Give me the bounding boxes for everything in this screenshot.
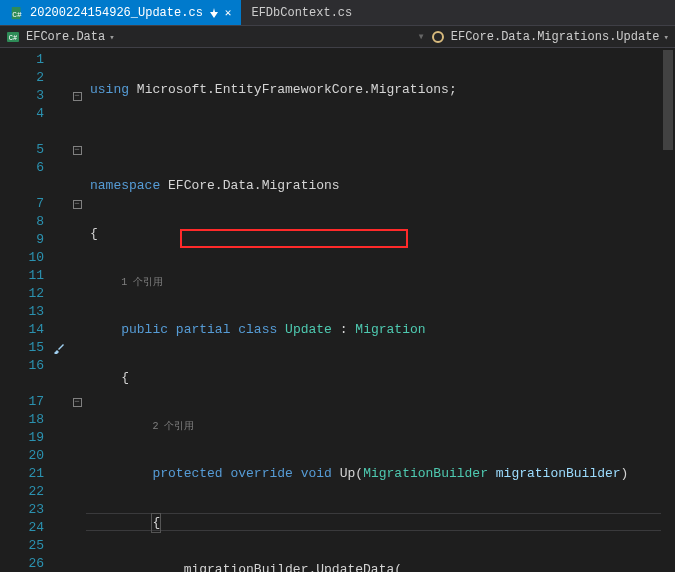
line-number-gutter: 1 2 3 4 5 6 7 8 9 10 11 12 13 14 15 16 1… — [0, 48, 50, 572]
codelens-references[interactable]: 2 个引用 — [152, 421, 194, 432]
screwdriver-icon[interactable] — [50, 339, 68, 357]
glyph-margin — [50, 48, 68, 572]
tab-efdbcontext-cs[interactable]: EFDbContext.cs — [241, 0, 362, 25]
tab-label: EFDbContext.cs — [251, 6, 352, 20]
close-icon[interactable]: ✕ — [225, 6, 232, 19]
scroll-thumb[interactable] — [663, 50, 673, 150]
codelens-references[interactable]: 1 个引用 — [121, 277, 163, 288]
svg-text:C#: C# — [9, 34, 17, 42]
svg-text:C#: C# — [12, 9, 22, 18]
fold-toggle[interactable]: − — [68, 141, 86, 159]
fold-margin: − − − − — [68, 48, 86, 572]
csharp-project-icon: C# — [6, 30, 20, 44]
svg-point-4 — [433, 32, 443, 42]
csharp-file-icon: C# — [10, 6, 24, 20]
tab-update-cs[interactable]: C# 20200224154926_Update.cs ✕ — [0, 0, 241, 25]
code-area[interactable]: using Microsoft.EntityFrameworkCore.Migr… — [86, 48, 675, 572]
pin-icon[interactable] — [209, 8, 219, 18]
vertical-scrollbar[interactable] — [661, 48, 675, 572]
nav-separator: ▾ — [418, 29, 425, 44]
nav-bar: C# EFCore.Data ▾ EFCore.Data.Migrations.… — [0, 26, 675, 48]
tab-bar: C# 20200224154926_Update.cs ✕ EFDbContex… — [0, 0, 675, 26]
nav-member-dropdown[interactable]: EFCore.Data.Migrations.Update — [451, 30, 669, 44]
code-editor[interactable]: 1 2 3 4 5 6 7 8 9 10 11 12 13 14 15 16 1… — [0, 48, 675, 572]
fold-toggle[interactable]: − — [68, 195, 86, 213]
class-icon — [431, 30, 445, 44]
tab-label: 20200224154926_Update.cs — [30, 6, 203, 20]
fold-toggle[interactable]: − — [68, 393, 86, 411]
nav-project-dropdown[interactable]: EFCore.Data — [26, 30, 115, 44]
fold-toggle[interactable]: − — [68, 87, 86, 105]
